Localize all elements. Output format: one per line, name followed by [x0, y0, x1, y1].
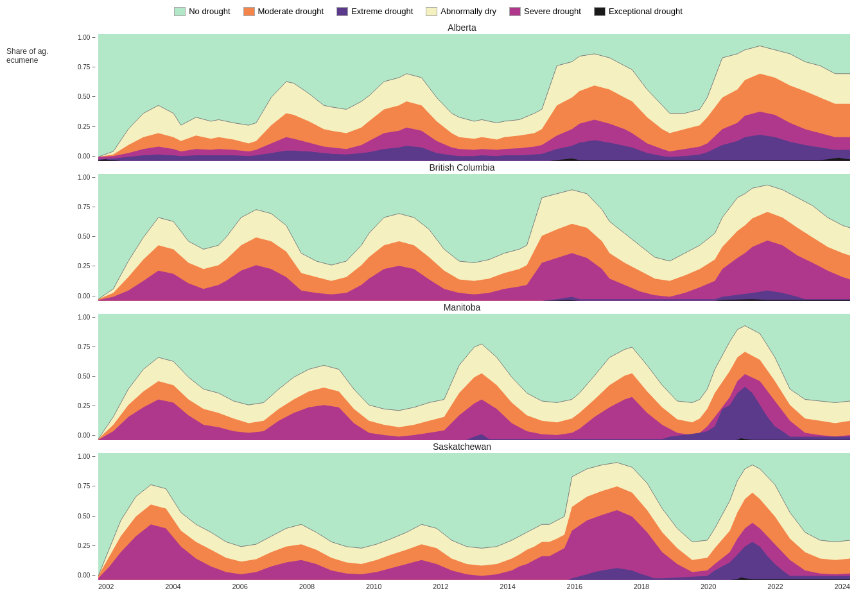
- legend-label-extreme: Extreme drought: [351, 6, 413, 16]
- legend-no-drought: No drought: [174, 6, 230, 16]
- title-bc: British Columbia: [74, 162, 850, 173]
- legend-label-no-drought: No drought: [189, 6, 230, 16]
- legend-severe-drought: Severe drought: [509, 6, 581, 16]
- x-tick-2018: 2018: [634, 583, 649, 590]
- x-tick-2008: 2008: [299, 583, 315, 590]
- chart-saskatchewan: Saskatchewan 1.00 − 0.75 − 0.50 − 0.25 −…: [74, 441, 850, 580]
- legend-box-exceptional: [594, 7, 606, 16]
- x-tick-2010: 2010: [366, 583, 381, 590]
- y-axis-label: Share of ag. ecumene: [6, 47, 74, 65]
- legend-row-1: No drought Moderate drought Extreme drou…: [174, 6, 413, 16]
- charts-area: Share of ag. ecumene Alberta 1.00 − 0.75…: [6, 22, 850, 590]
- chart-manitoba: Manitoba 1.00 − 0.75 − 0.50 − 0.25 − 0.0…: [74, 302, 850, 441]
- legend-label-moderate: Moderate drought: [258, 6, 324, 16]
- x-tick-2004: 2004: [165, 583, 180, 590]
- svg-alberta: [98, 34, 850, 161]
- legend-row-2: Abnormally dry Severe drought Exceptiona…: [426, 6, 683, 16]
- legend-box-abnormal: [426, 7, 437, 16]
- x-tick-2002: 2002: [98, 583, 114, 590]
- x-tick-2014: 2014: [500, 583, 515, 590]
- legend-extreme-drought: Extreme drought: [336, 6, 413, 16]
- x-axis-labels: 2002 2004 2006 2008 2010 2012 2014 2016 …: [74, 583, 850, 590]
- legend-label-abnormal: Abnormally dry: [440, 6, 496, 16]
- chart-alberta: Alberta 1.00 − 0.75 − 0.50 − 0.25 − 0.00…: [74, 22, 850, 161]
- title-saskatchewan: Saskatchewan: [74, 441, 850, 452]
- x-tick-2024: 2024: [834, 583, 850, 590]
- legend-abnormally-dry: Abnormally dry: [426, 6, 496, 16]
- svg-bc: [98, 174, 850, 301]
- x-tick-2020: 2020: [701, 583, 716, 590]
- svg-manitoba: [98, 314, 850, 441]
- legend: No drought Moderate drought Extreme drou…: [6, 6, 850, 16]
- x-tick-2022: 2022: [767, 583, 783, 590]
- legend-label-severe: Severe drought: [524, 6, 581, 16]
- legend-box-extreme: [336, 7, 348, 16]
- main-container: No drought Moderate drought Extreme drou…: [0, 0, 863, 616]
- x-tick-2012: 2012: [433, 583, 448, 590]
- legend-label-exceptional: Exceptional drought: [609, 6, 683, 16]
- legend-box-moderate: [243, 7, 255, 16]
- x-tick-2006: 2006: [232, 583, 247, 590]
- svg-saskatchewan: [98, 453, 850, 580]
- chart-bc: British Columbia 1.00 − 0.75 − 0.50 − 0.…: [74, 162, 850, 301]
- legend-exceptional-drought: Exceptional drought: [594, 6, 683, 16]
- legend-box-severe: [509, 7, 521, 16]
- x-tick-2016: 2016: [567, 583, 582, 590]
- legend-moderate-drought: Moderate drought: [243, 6, 324, 16]
- title-manitoba: Manitoba: [74, 302, 850, 312]
- legend-box-no-drought: [174, 7, 186, 16]
- title-alberta: Alberta: [74, 22, 850, 33]
